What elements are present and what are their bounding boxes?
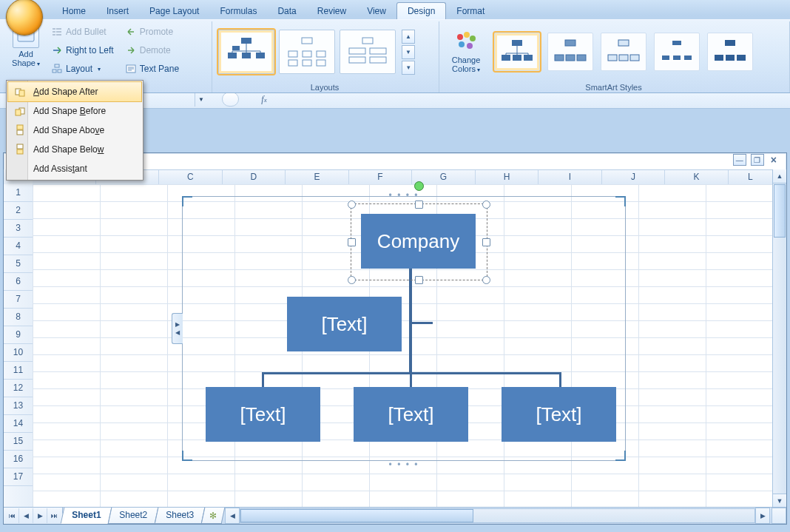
style-thumb-1[interactable] xyxy=(494,33,540,71)
col-header[interactable]: D xyxy=(223,170,286,185)
tab-home[interactable]: Home xyxy=(52,3,96,19)
sheet-nav-first[interactable]: ⏮ xyxy=(5,508,19,523)
fx-icon[interactable]: fx xyxy=(261,94,266,105)
style-thumb-3[interactable] xyxy=(601,33,646,71)
add-bullet-button[interactable]: Add Bullet xyxy=(49,24,117,40)
resize-handle[interactable] xyxy=(482,201,490,209)
row-header[interactable]: 12 xyxy=(4,380,33,397)
layout-gallery-more[interactable]: ▾ xyxy=(402,61,415,75)
horizontal-scrollbar[interactable] xyxy=(240,508,755,523)
menu-add-shape-after[interactable]: Add Shape After xyxy=(8,82,141,101)
layout-thumb-2[interactable] xyxy=(279,30,335,74)
resize-handle[interactable] xyxy=(415,201,423,209)
style-thumb-5[interactable] xyxy=(707,33,753,71)
row-header[interactable]: 10 xyxy=(4,344,33,362)
col-header[interactable]: C xyxy=(159,170,223,185)
smartart-node-child-3[interactable]: [Text] xyxy=(502,387,616,442)
tab-page-layout[interactable]: Page Layout xyxy=(139,3,209,19)
horizontal-scroll-thumb[interactable] xyxy=(240,509,473,522)
vertical-scrollbar[interactable]: ▲ ▼ xyxy=(772,169,786,508)
window-minimize-button[interactable]: — xyxy=(733,154,746,166)
layout-thumb-3[interactable] xyxy=(340,30,396,74)
row-headers[interactable]: 1 2 3 4 5 6 7 8 9 10 11 12 13 14 15 16 1… xyxy=(4,184,33,508)
row-header[interactable]: 4 xyxy=(4,238,33,255)
right-to-left-button[interactable]: Right to Left xyxy=(49,42,117,58)
smartart-bottom-handle[interactable]: • • • • xyxy=(389,459,419,470)
scroll-up-button[interactable]: ▲ xyxy=(773,169,786,183)
row-header[interactable]: 16 xyxy=(4,451,33,468)
layout-dropdown[interactable]: Layout▾ xyxy=(49,61,117,77)
col-header[interactable]: I xyxy=(539,170,602,185)
col-header[interactable]: J xyxy=(602,170,666,185)
row-header[interactable]: 8 xyxy=(4,309,33,326)
row-header[interactable]: 5 xyxy=(4,255,33,273)
resize-handle[interactable] xyxy=(415,276,423,284)
resize-handle[interactable] xyxy=(482,276,490,284)
promote-button[interactable]: Promote xyxy=(123,24,182,40)
col-header[interactable]: K xyxy=(665,170,729,185)
text-pane-button[interactable]: Text Pane xyxy=(123,61,182,77)
style-thumb-2[interactable] xyxy=(547,33,593,71)
resize-handle[interactable] xyxy=(482,238,490,246)
smartart-node-child-2[interactable]: [Text] xyxy=(354,387,468,442)
vertical-scroll-thumb[interactable] xyxy=(774,184,786,238)
row-header[interactable]: 1 xyxy=(4,184,33,202)
resize-handle[interactable] xyxy=(348,201,356,209)
scroll-down-button[interactable]: ▼ xyxy=(773,494,786,508)
cell-grid[interactable]: • • • • • • • • ▶◀ Company xyxy=(33,184,773,508)
tab-insert[interactable]: Insert xyxy=(96,3,139,19)
cancel-formula-button[interactable] xyxy=(222,92,239,107)
row-header[interactable]: 15 xyxy=(4,433,33,451)
col-header[interactable]: L xyxy=(729,170,773,185)
sheet-nav-prev[interactable]: ◀ xyxy=(19,508,33,523)
layout-gallery-down[interactable]: ▼ xyxy=(402,45,415,59)
row-header[interactable]: 14 xyxy=(4,415,33,433)
tab-format[interactable]: Format xyxy=(446,3,495,19)
resize-grip[interactable] xyxy=(772,508,786,524)
window-restore-button[interactable]: ❐ xyxy=(751,154,764,166)
sheet-tab-2[interactable]: Sheet2 xyxy=(108,508,159,524)
layout-gallery-up[interactable]: ▲ xyxy=(402,30,415,44)
resize-handle[interactable] xyxy=(348,238,356,246)
row-header[interactable]: 17 xyxy=(4,468,33,486)
demote-button[interactable]: Demote xyxy=(123,42,182,58)
resize-handle[interactable] xyxy=(348,276,356,284)
tab-design[interactable]: Design xyxy=(396,2,446,19)
sheet-nav-last[interactable]: ⏭ xyxy=(47,508,61,523)
name-box-dropdown[interactable]: ▼ xyxy=(195,92,207,107)
tab-formulas[interactable]: Formulas xyxy=(209,3,267,19)
smartart-rotate-handle[interactable] xyxy=(414,181,424,191)
new-sheet-button[interactable]: ✻ xyxy=(201,508,226,524)
smartart-node-child-1[interactable]: [Text] xyxy=(206,387,320,442)
layout-thumb-1[interactable] xyxy=(218,30,274,74)
smartart-node-assistant[interactable]: [Text] xyxy=(287,297,402,351)
smartart-diagram[interactable]: • • • • • • • • ▶◀ Company xyxy=(182,196,626,461)
row-header[interactable]: 11 xyxy=(4,362,33,380)
col-header[interactable]: F xyxy=(349,170,413,185)
sheet-nav-next[interactable]: ▶ xyxy=(33,508,47,523)
formula-bar-input[interactable] xyxy=(274,93,790,105)
tab-review[interactable]: Review xyxy=(307,3,357,19)
sheet-tab-1[interactable]: Sheet1 xyxy=(61,508,112,524)
tab-view[interactable]: View xyxy=(357,3,396,19)
row-header[interactable]: 2 xyxy=(4,202,33,220)
scroll-left-button[interactable]: ◀ xyxy=(225,508,240,524)
style-thumb-4[interactable] xyxy=(654,33,700,71)
row-header[interactable]: 7 xyxy=(4,291,33,309)
col-header[interactable]: E xyxy=(286,170,349,185)
menu-add-assistant[interactable]: Add Assistant xyxy=(8,159,141,178)
column-headers[interactable]: A B C D E F G H I J K L xyxy=(33,169,773,186)
scroll-right-button[interactable]: ▶ xyxy=(755,508,770,524)
smartart-top-handle[interactable]: • • • • xyxy=(389,190,419,201)
menu-add-shape-below[interactable]: Add Shape Below xyxy=(8,140,141,159)
office-button[interactable] xyxy=(6,0,43,36)
menu-add-shape-before[interactable]: Add Shape Before xyxy=(8,101,141,121)
col-header[interactable]: H xyxy=(476,170,539,185)
menu-add-shape-above[interactable]: Add Shape Above xyxy=(8,121,141,140)
window-close-button[interactable]: × xyxy=(769,154,779,166)
text-pane-toggle[interactable]: ▶◀ xyxy=(172,313,183,344)
row-header[interactable]: 6 xyxy=(4,273,33,291)
row-header[interactable]: 13 xyxy=(4,397,33,415)
change-colors-button[interactable]: ChangeColors▾ xyxy=(445,29,487,75)
tab-data[interactable]: Data xyxy=(267,3,306,19)
